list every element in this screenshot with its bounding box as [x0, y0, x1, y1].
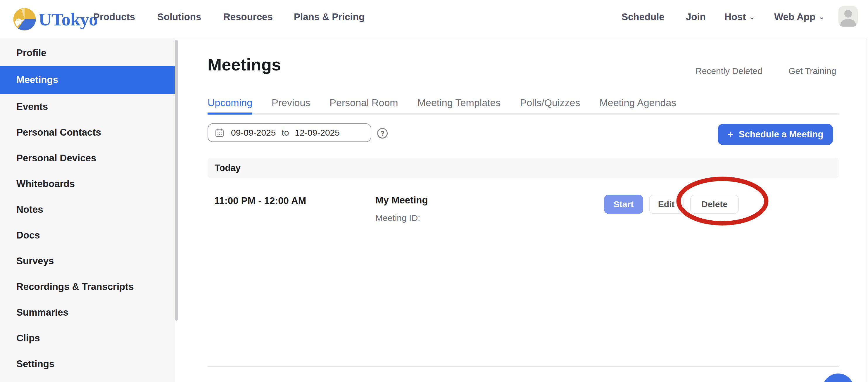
page-scrollbar-track [867, 38, 867, 382]
utokyo-ginkgo-icon [12, 6, 37, 32]
sidebar-item-personal-devices[interactable]: Personal Devices [0, 145, 175, 171]
top-navigation-bar: UTokyo Products Solutions Resources Plan… [0, 0, 868, 38]
meeting-time: 11:00 PM - 12:00 AM [214, 195, 306, 207]
date-range-input[interactable]: 09-09-2025 to 12-09-2025 [208, 123, 371, 142]
sidebar-item-surveys[interactable]: Surveys [0, 248, 175, 274]
sidebar-item-whiteboards[interactable]: Whiteboards [0, 171, 175, 197]
schedule-a-meeting-button[interactable]: + Schedule a Meeting [718, 124, 833, 145]
nav-join[interactable]: Join [686, 10, 706, 23]
user-avatar[interactable] [838, 6, 858, 27]
tab-previous[interactable]: Previous [272, 92, 310, 114]
sidebar-item-personal-contacts[interactable]: Personal Contacts [0, 120, 175, 145]
sidebar-item-meetings[interactable]: Meetings [0, 66, 175, 94]
nav-products[interactable]: Products [93, 10, 135, 23]
delete-button[interactable]: Delete [690, 195, 739, 214]
utokyo-logo[interactable]: UTokyo [12, 6, 98, 32]
logo-wordmark: UTokyo [39, 9, 98, 30]
nav-solutions[interactable]: Solutions [157, 10, 201, 23]
chevron-down-icon: ⌄ [749, 12, 755, 21]
tab-meeting-agendas[interactable]: Meeting Agendas [599, 92, 676, 114]
sidebar-item-summaries[interactable]: Summaries [0, 299, 175, 325]
start-button[interactable]: Start [604, 195, 643, 214]
sidebar-item-clips[interactable]: Clips [0, 325, 175, 351]
today-section-header: Today [208, 158, 839, 178]
page-title: Meetings [208, 56, 281, 74]
section-divider [208, 366, 839, 367]
sidebar-item-events[interactable]: Events [0, 94, 175, 120]
nav-plans-pricing[interactable]: Plans & Pricing [294, 10, 365, 23]
plus-icon: + [727, 129, 734, 140]
sidebar-item-settings[interactable]: Settings [0, 351, 175, 377]
chevron-down-icon: ⌄ [818, 12, 825, 21]
help-icon[interactable]: ? [377, 128, 388, 138]
nav-web-app[interactable]: Web App⌄ [774, 10, 825, 24]
meeting-id-label: Meeting ID: [375, 212, 420, 224]
sidebar-item-notes[interactable]: Notes [0, 197, 175, 222]
meetings-tab-bar: Upcoming Previous Personal Room Meeting … [208, 92, 839, 115]
date-range-separator: to [282, 128, 289, 138]
sidebar-scrollbar-thumb[interactable] [175, 40, 178, 321]
meeting-title[interactable]: My Meeting [375, 194, 428, 206]
tab-personal-room[interactable]: Personal Room [330, 92, 398, 114]
date-range-end: 12-09-2025 [295, 128, 340, 138]
sidebar-item-docs[interactable]: Docs [0, 222, 175, 248]
calendar-icon [215, 128, 224, 138]
tab-upcoming[interactable]: Upcoming [208, 92, 252, 114]
date-range-start: 09-09-2025 [231, 128, 276, 138]
nav-host[interactable]: Host⌄ [724, 10, 755, 24]
person-icon [838, 6, 858, 27]
sidebar: Profile Meetings Events Personal Contact… [0, 38, 175, 382]
sidebar-item-profile[interactable]: Profile [0, 40, 175, 66]
tab-meeting-templates[interactable]: Meeting Templates [417, 92, 501, 114]
recently-deleted-link[interactable]: Recently Deleted [695, 66, 762, 76]
tab-polls-quizzes[interactable]: Polls/Quizzes [520, 92, 580, 114]
support-fab-button[interactable] [823, 374, 854, 382]
nav-schedule[interactable]: Schedule [622, 10, 664, 23]
sidebar-item-recordings[interactable]: Recordings & Transcripts [0, 274, 175, 299]
edit-button[interactable]: Edit [649, 195, 684, 214]
get-training-link[interactable]: Get Training [788, 66, 836, 76]
today-label: Today [215, 163, 241, 173]
nav-resources[interactable]: Resources [223, 10, 273, 23]
